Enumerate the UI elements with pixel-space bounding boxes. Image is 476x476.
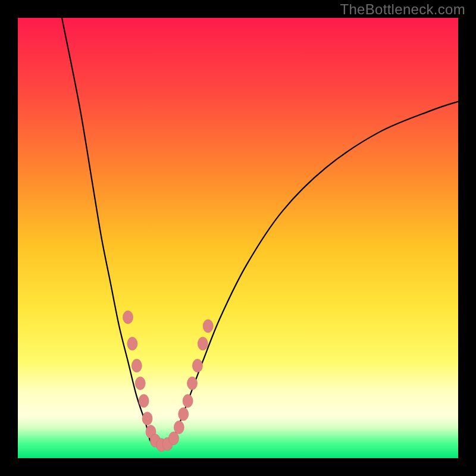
marker-point <box>183 394 193 408</box>
marker-point <box>168 432 178 445</box>
highlighted-markers <box>123 311 214 452</box>
marker-point <box>178 408 189 421</box>
marker-point <box>139 394 149 408</box>
marker-point <box>135 377 145 390</box>
curves-layer <box>18 18 458 458</box>
watermark-text: TheBottleneck.com <box>340 1 465 18</box>
marker-point <box>203 320 213 333</box>
chart-frame: TheBottleneck.com <box>0 0 476 476</box>
plot-area <box>18 18 458 458</box>
marker-point <box>127 337 137 350</box>
curve-right-branch <box>176 102 458 432</box>
marker-point <box>192 359 202 372</box>
marker-point <box>131 359 142 372</box>
curve-left-branch <box>62 18 150 440</box>
marker-point <box>198 337 208 350</box>
marker-point <box>142 412 152 425</box>
marker-point <box>123 311 133 324</box>
marker-point <box>174 421 184 434</box>
marker-point <box>187 377 198 390</box>
